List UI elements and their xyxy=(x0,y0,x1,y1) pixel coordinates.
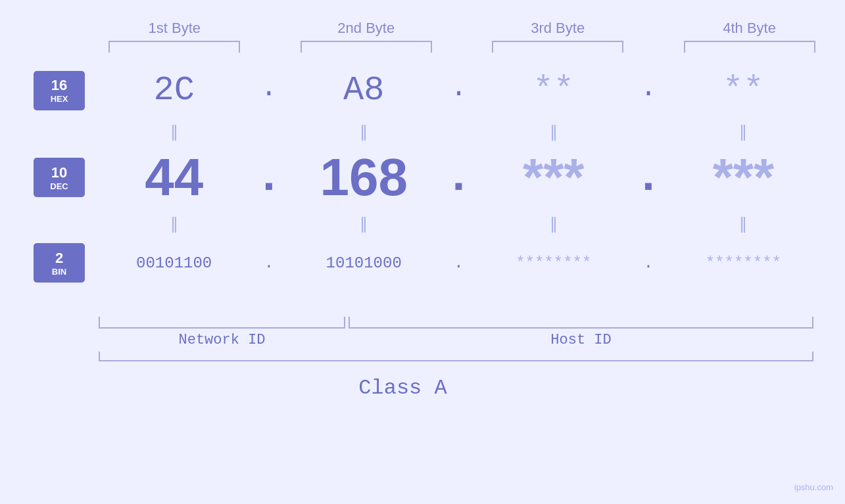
eq1: ‖ xyxy=(109,122,240,141)
dec-dot3: . xyxy=(639,148,658,207)
dec-byte4: *** xyxy=(677,147,809,208)
byte3-bracket-top xyxy=(492,41,623,53)
hex-byte2: A8 xyxy=(298,71,429,110)
bin-byte2: 10101000 xyxy=(298,254,429,272)
eq4: ‖ xyxy=(677,122,809,141)
dec-byte2: 168 xyxy=(298,147,429,208)
bin-number: 2 xyxy=(55,250,63,267)
bin-dot3: . xyxy=(639,254,658,272)
host-id-bracket xyxy=(349,317,813,329)
eq5: ‖ xyxy=(109,214,240,233)
byte1-bracket-top xyxy=(109,41,240,53)
dec-number: 10 xyxy=(51,164,67,181)
main-container: 1st Byte 2nd Byte 3rd Byte 4th Byte 16 H… xyxy=(0,0,845,504)
bin-base-label: 2 BIN xyxy=(34,243,85,283)
hex-byte1: 2C xyxy=(109,71,240,110)
eq2: ‖ xyxy=(298,122,429,141)
watermark: ipshu.com xyxy=(794,482,833,492)
outer-bracket xyxy=(99,352,813,361)
eq3: ‖ xyxy=(488,122,619,141)
dec-name: DEC xyxy=(50,181,68,191)
hex-dot2: . xyxy=(448,72,468,109)
byte4-bracket-top xyxy=(684,41,815,53)
bin-byte3: ******** xyxy=(488,254,619,272)
class-label: Class A xyxy=(358,376,447,400)
eq8: ‖ xyxy=(677,214,809,233)
hex-dot1: . xyxy=(259,72,279,109)
hex-byte3: ** xyxy=(488,71,619,110)
eq7: ‖ xyxy=(488,214,619,233)
bin-dot1: . xyxy=(259,254,279,272)
dec-base-label: 10 DEC xyxy=(34,158,85,197)
dec-byte3: *** xyxy=(488,147,619,208)
byte2-bracket-top xyxy=(301,41,432,53)
network-id-label: Network ID xyxy=(99,332,345,348)
host-id-label: Host ID xyxy=(349,332,813,348)
hex-dot3: . xyxy=(639,72,658,109)
byte2-header: 2nd Byte xyxy=(301,20,432,37)
hex-number: 16 xyxy=(51,77,67,94)
dec-dot1: . xyxy=(259,148,279,207)
hex-base-label: 16 HEX xyxy=(34,71,85,110)
byte4-header: 4th Byte xyxy=(684,20,815,37)
dec-dot2: . xyxy=(448,148,468,207)
bin-dot2: . xyxy=(448,254,468,272)
bin-byte4: ******** xyxy=(677,254,809,272)
byte3-header: 3rd Byte xyxy=(492,20,623,37)
network-id-bracket xyxy=(99,317,345,329)
byte1-header: 1st Byte xyxy=(109,20,240,37)
eq6: ‖ xyxy=(298,214,429,233)
hex-name: HEX xyxy=(51,94,68,104)
bin-byte1: 00101100 xyxy=(109,254,240,272)
hex-byte4: ** xyxy=(677,71,809,110)
dec-byte1: 44 xyxy=(109,147,240,208)
bin-name: BIN xyxy=(52,267,66,277)
